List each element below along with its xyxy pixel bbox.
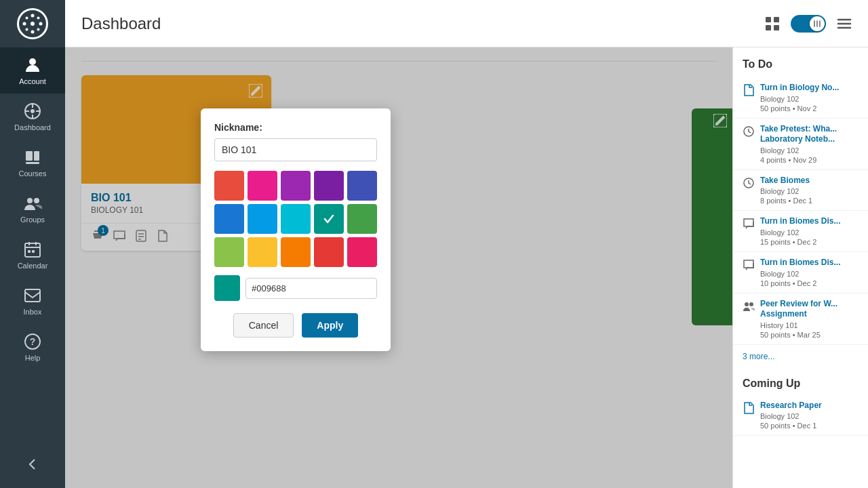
svg-point-11 [31, 109, 35, 113]
todo-item-6: Peer Review for W... Assignment History … [733, 293, 868, 345]
color-swatch-dark-purple[interactable] [314, 171, 344, 201]
svg-point-6 [37, 17, 40, 20]
dialog-title: Nickname: [214, 122, 377, 133]
account-icon [23, 56, 42, 75]
view-toggle[interactable] [791, 15, 826, 33]
todo-content-4: Turn in Biomes Dis... Biology 102 15 poi… [760, 216, 840, 246]
svg-rect-27 [25, 289, 40, 302]
todo-title-1[interactable]: Turn in Biology No... [760, 83, 839, 94]
file-icon-coming-up [743, 402, 755, 414]
svg-rect-26 [32, 250, 35, 253]
svg-point-9 [29, 58, 36, 65]
sidebar-item-dashboard-label: Dashboard [14, 123, 51, 131]
sidebar-item-calendar[interactable]: Calendar [0, 232, 65, 278]
coming-up-title: Coming Up [733, 368, 868, 395]
svg-point-48 [749, 302, 753, 306]
coming-up-points-1: 50 points • Dec 1 [760, 422, 822, 430]
custom-color-preview [214, 275, 240, 301]
todo-title-2[interactable]: Take Pretest: Wha... Laboratory Noteb... [760, 124, 859, 145]
groups-icon [23, 194, 42, 213]
todo-title-4[interactable]: Turn in Biomes Dis... [760, 216, 840, 227]
todo-sub-6: History 101 [760, 321, 859, 329]
sidebar-bottom [0, 447, 65, 488]
calendar-icon [23, 240, 42, 259]
color-swatch-light-green[interactable] [214, 237, 244, 267]
coming-up-item-1: Research Paper Biology 102 50 points • D… [733, 395, 868, 436]
svg-point-8 [37, 28, 40, 31]
todo-content-2: Take Pretest: Wha... Laboratory Noteb...… [760, 124, 859, 164]
todo-title-6[interactable]: Peer Review for W... Assignment [760, 299, 859, 320]
todo-item-4: Turn in Biomes Dis... Biology 102 15 poi… [733, 211, 868, 252]
todo-item-5: Turn in Biomes Dis... Biology 102 10 poi… [733, 252, 868, 293]
todo-sub-4: Biology 102 [760, 228, 840, 237]
color-swatch-red[interactable] [214, 171, 244, 201]
logo[interactable] [0, 0, 65, 47]
sidebar-item-dashboard[interactable]: Dashboard [0, 94, 65, 140]
todo-content-1: Turn in Biology No... Biology 102 50 poi… [760, 83, 839, 113]
dashboard-icon [23, 102, 42, 121]
cancel-button[interactable]: Cancel [233, 313, 294, 338]
menu-button[interactable] [837, 16, 852, 31]
sidebar-item-groups-label: Groups [20, 216, 45, 224]
clock-icon-2 [743, 177, 755, 189]
peer-review-icon [743, 300, 755, 312]
sidebar-item-help-label: Help [25, 354, 41, 362]
color-swatch-blue[interactable] [214, 204, 244, 234]
color-swatch-teal[interactable] [314, 204, 344, 234]
sidebar-item-help[interactable]: ? Help [0, 324, 65, 370]
sidebar-item-groups[interactable]: Groups [0, 186, 65, 232]
help-icon: ? [23, 332, 42, 351]
todo-content-5: Turn in Biomes Dis... Biology 102 10 poi… [760, 258, 840, 287]
todo-points-5: 10 points • Dec 2 [760, 279, 840, 287]
svg-point-0 [31, 22, 35, 26]
sidebar-item-courses-label: Courses [19, 169, 47, 178]
sidebar-item-inbox[interactable]: Inbox [0, 278, 65, 324]
custom-color-input[interactable] [245, 278, 377, 299]
svg-rect-25 [28, 250, 31, 253]
coming-up-title-1[interactable]: Research Paper [760, 401, 822, 411]
todo-points-3: 8 points • Dec 1 [760, 197, 812, 205]
color-swatch-indigo[interactable] [347, 171, 377, 201]
header-controls [765, 15, 852, 33]
main-area: Dashboard [65, 0, 868, 488]
svg-text:?: ? [30, 336, 36, 347]
nickname-input[interactable] [214, 138, 377, 161]
more-link[interactable]: 3 more... [733, 345, 868, 368]
dashboard-content: BIO 101 BIOLOGY 101 1 [65, 47, 732, 488]
page-title: Dashboard [81, 14, 765, 33]
color-swatch-hot-pink[interactable] [347, 237, 377, 267]
sidebar-item-courses[interactable]: Courses [0, 140, 65, 186]
toggle-knob-lines [814, 20, 821, 27]
color-swatch-light-blue[interactable] [248, 204, 277, 234]
nickname-dialog: Nickname: [201, 108, 391, 351]
file-icon-1 [743, 84, 755, 96]
todo-sub-2: Biology 102 [760, 146, 859, 155]
todo-item-3: Take Biomes Biology 102 8 points • Dec 1 [733, 170, 868, 211]
todo-title-3[interactable]: Take Biomes [760, 176, 812, 186]
clock-icon-1 [743, 125, 755, 138]
svg-rect-32 [774, 17, 779, 22]
todo-sub-3: Biology 102 [760, 187, 812, 195]
color-swatch-pink[interactable] [248, 171, 277, 201]
comment-icon-2 [743, 259, 755, 271]
color-swatch-yellow[interactable] [248, 237, 277, 267]
coming-up-sub-1: Biology 102 [760, 412, 822, 420]
svg-point-4 [39, 22, 43, 26]
grid-view-button[interactable] [765, 16, 780, 31]
todo-item-2: Take Pretest: Wha... Laboratory Noteb...… [733, 119, 868, 170]
color-swatch-green[interactable] [347, 204, 377, 234]
svg-point-2 [31, 30, 35, 34]
color-swatch-cyan[interactable] [281, 204, 311, 234]
color-swatch-crimson[interactable] [314, 237, 344, 267]
comment-icon-1 [743, 218, 755, 230]
svg-rect-18 [26, 162, 39, 164]
todo-title-5[interactable]: Turn in Biomes Dis... [760, 258, 840, 268]
todo-points-1: 50 points • Nov 2 [760, 104, 839, 113]
color-swatch-orange[interactable] [281, 237, 311, 267]
todo-section-title: To Do [733, 47, 868, 77]
apply-button[interactable]: Apply [302, 313, 358, 338]
collapse-button[interactable] [0, 447, 65, 481]
sidebar-item-account[interactable]: Account [0, 47, 65, 94]
color-swatch-purple[interactable] [281, 171, 311, 201]
color-grid [214, 171, 377, 267]
